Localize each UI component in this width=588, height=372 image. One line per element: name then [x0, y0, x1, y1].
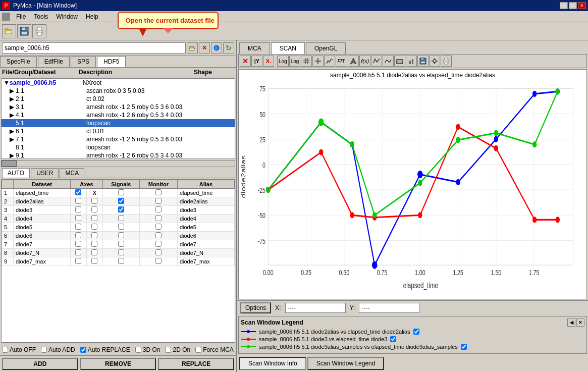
- dataset-row[interactable]: 1 elapsed_time X elapsed_time: [2, 189, 235, 197]
- tree-row[interactable]: ▶ 7.1 amesh robx -1 2 5 roby 0.5 3 6 0.0…: [2, 135, 235, 143]
- tree-row[interactable]: ▶ 1.1 ascan robx 0 3 5 0.03: [2, 87, 235, 95]
- log-x-button[interactable]: Log: [277, 56, 289, 67]
- axes-x-check[interactable]: [91, 241, 97, 247]
- tab-opengl[interactable]: OpenGL: [306, 42, 346, 54]
- monitor-check[interactable]: [155, 198, 162, 204]
- menu-help[interactable]: Help: [82, 12, 102, 21]
- smooth-button[interactable]: [383, 56, 394, 67]
- replace-button[interactable]: REPLACE: [158, 358, 234, 370]
- dataset-row[interactable]: 3 diode3 diode3: [2, 206, 235, 215]
- reset-zoom-button[interactable]: ✕: [240, 56, 251, 67]
- monitor-check[interactable]: [155, 224, 162, 230]
- tree-row[interactable]: ▶ 4.1 amesh robx -1 2 6 roby 0.5 3 4 0.0…: [2, 111, 235, 119]
- fit-button[interactable]: FIT.: [336, 56, 347, 67]
- axes-v-check[interactable]: [75, 215, 81, 221]
- open-button[interactable]: [2, 24, 16, 38]
- derivative-button[interactable]: [371, 56, 382, 67]
- tab-scan-window-legend[interactable]: Scan Window Legend: [307, 357, 385, 370]
- restore-button[interactable]: □: [569, 2, 577, 9]
- close-button[interactable]: ✕: [578, 2, 586, 9]
- horizontal-scrollbar[interactable]: [1, 160, 235, 167]
- 2d-on-check[interactable]: 2D On: [165, 346, 190, 353]
- spectrum-button[interactable]: [406, 56, 417, 67]
- file-close-icon[interactable]: ✕: [199, 42, 210, 54]
- axes-v-check[interactable]: [75, 189, 81, 195]
- y-value-field[interactable]: [359, 303, 419, 313]
- print-button[interactable]: [32, 24, 46, 38]
- axes-v-check[interactable]: [75, 198, 81, 204]
- tree-row[interactable]: ▶ 9.1 amesh robx -1 2 6 roby 0.5 3 4 0.0…: [2, 151, 235, 159]
- monitor-check[interactable]: [155, 189, 162, 195]
- tree-row[interactable]: ▼ sample_0006.h5 NXroot: [2, 79, 235, 87]
- tab-scan-window-info[interactable]: Scan Window Info: [239, 357, 306, 370]
- monitor-check[interactable]: [155, 215, 162, 221]
- monitor-check[interactable]: [155, 206, 162, 212]
- save-plot-button[interactable]: [417, 56, 429, 67]
- tab-scan[interactable]: SCAN: [271, 42, 305, 54]
- cursor-button[interactable]: [312, 56, 324, 67]
- legend-check-red[interactable]: [390, 336, 396, 342]
- menu-window[interactable]: Window: [52, 12, 82, 21]
- add-button[interactable]: ADD: [2, 358, 78, 370]
- axes-x-check[interactable]: [91, 198, 97, 204]
- axes-v-check[interactable]: [75, 258, 81, 264]
- chart-area[interactable]: sample_0006.h5 5.1 diode2alias vs elapse…: [238, 69, 587, 299]
- dataset-row[interactable]: 4 diode4 diode4: [2, 215, 235, 223]
- sub-tab-auto[interactable]: AUTO: [2, 168, 30, 178]
- tree-row[interactable]: ▶ 6.1 ct 0.01: [2, 127, 235, 135]
- legend-check-blue[interactable]: [413, 329, 419, 335]
- file-input[interactable]: [2, 42, 186, 54]
- config-button[interactable]: [429, 56, 440, 67]
- axes-x-check[interactable]: [91, 224, 97, 230]
- save-button[interactable]: [17, 24, 31, 38]
- dataset-row[interactable]: 2 diode2alias diode2alias: [2, 197, 235, 206]
- tree-row[interactable]: ▶ 2.1 ct 0.02: [2, 95, 235, 103]
- axes-v-check[interactable]: [75, 241, 81, 247]
- monitor-check[interactable]: [155, 232, 162, 238]
- options-button[interactable]: Options: [240, 302, 271, 313]
- tab-specfile[interactable]: SpecFile: [0, 56, 37, 67]
- dataset-row[interactable]: 9 diode7_max diode7_max: [2, 257, 235, 266]
- legend-expand-button[interactable]: ✕: [576, 318, 584, 327]
- signals-check[interactable]: [118, 258, 124, 264]
- axes-x-check[interactable]: [91, 232, 97, 238]
- axes-v-check[interactable]: [75, 232, 81, 238]
- tab-mca[interactable]: MCA: [239, 42, 270, 54]
- print-plot-button[interactable]: [441, 56, 452, 67]
- x-value-field[interactable]: [285, 303, 346, 313]
- dataset-row[interactable]: 5 diode5 diode5: [2, 223, 235, 232]
- signals-check[interactable]: [118, 241, 124, 247]
- tab-sps[interactable]: SPS: [71, 56, 96, 67]
- signals-check[interactable]: [118, 249, 124, 255]
- signals-check[interactable]: [118, 189, 124, 195]
- signals-check[interactable]: [118, 198, 124, 204]
- axes-x-check[interactable]: [91, 206, 97, 212]
- roi-button[interactable]: ROI: [394, 56, 405, 67]
- monitor-check[interactable]: [155, 241, 162, 247]
- signals-check[interactable]: [118, 232, 124, 238]
- signals-check[interactable]: [118, 206, 124, 212]
- monitor-check[interactable]: [155, 249, 162, 255]
- tree-row[interactable]: ▶ 3.1 amesh robx -1 2 5 roby 0.5 3 6 0.0…: [2, 103, 235, 111]
- tree-row[interactable]: 8.1 loopscan: [2, 143, 235, 151]
- auto-replace-check[interactable]: Auto REPLACE: [80, 346, 130, 353]
- legend-check-green[interactable]: [461, 344, 467, 350]
- stats-button[interactable]: [324, 56, 335, 67]
- tab-edffile[interactable]: EdfFile: [38, 56, 70, 67]
- axes-x-check[interactable]: [91, 215, 97, 221]
- file-tree[interactable]: ▼ sample_0006.h5 NXroot ▶ 1.1 ascan robx…: [1, 78, 235, 159]
- force-mca-check[interactable]: Force MCA: [195, 346, 234, 353]
- dataset-row[interactable]: 7 diode7 diode7: [2, 240, 235, 249]
- minimize-button[interactable]: ─: [560, 2, 568, 9]
- axes-v-check[interactable]: [75, 224, 81, 230]
- signals-check[interactable]: [118, 224, 124, 230]
- tree-row-selected[interactable]: 5.1 loopscan: [2, 119, 235, 127]
- auto-off-check[interactable]: Auto OFF: [2, 346, 36, 353]
- grid-button[interactable]: [301, 56, 312, 67]
- file-refresh-icon[interactable]: ↻: [223, 42, 234, 54]
- 3d-on-check[interactable]: 3D On: [135, 346, 161, 353]
- auto-add-check[interactable]: Auto ADD: [41, 346, 75, 353]
- file-open-icon[interactable]: [187, 42, 198, 54]
- axes-v-check[interactable]: [75, 249, 81, 255]
- axes-x-check[interactable]: [91, 258, 97, 264]
